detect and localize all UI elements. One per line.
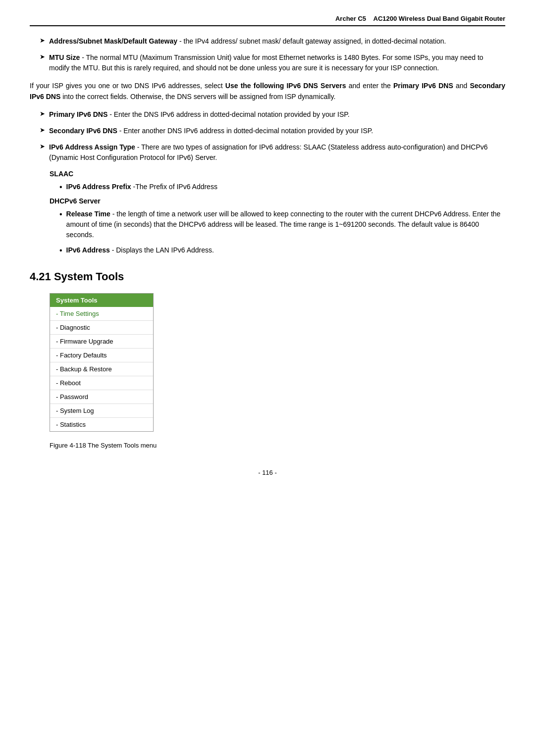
bullet-item-address: ➤ Address/Subnet Mask/Default Gateway - … [40,36,505,47]
slaac-heading: SLAAC [50,170,505,178]
term-mtu: MTU Size [49,53,80,61]
bullet-arrow-5: ➤ [40,143,45,150]
model-name: Archer C5 [335,15,366,22]
dhcpv6-bullet-section: • Release Time - the length of time a ne… [59,209,505,255]
bullet-item-primary-dns: ➤ Primary IPv6 DNS - Enter the DNS IPv6 … [40,109,505,120]
page-container: Archer C5 AC1200 Wireless Dual Band Giga… [0,0,535,756]
dot-marker-3: • [59,246,62,255]
bold-use-following: Use the following IPv6 DNS Servers [225,82,346,90]
bullet-content-assign-type: IPv6 Address Assign Type - There are two… [49,142,505,163]
dot-content-release-time: Release Time - the length of time a netw… [66,209,505,240]
header-title: Archer C5 AC1200 Wireless Dual Band Giga… [335,15,505,22]
def-ipv6-prefix: -The Prefix of IPv6 Address [133,183,217,191]
dot-content-ipv6-prefix: IPv6 Address Prefix -The Prefix of IPv6 … [66,182,505,192]
bullet-item-secondary-dns: ➤ Secondary IPv6 DNS - Enter another DNS… [40,126,505,136]
term-ipv6-address: IPv6 Address [66,246,110,254]
term-primary-dns: Primary IPv6 DNS [49,110,107,118]
term-secondary-dns: Secondary IPv6 DNS [49,127,117,135]
figure-caption: Figure 4-118 The System Tools menu [50,442,505,449]
def-release-time: - the length of time a network user will… [66,210,501,239]
dot-bullet-release-time: • Release Time - the length of time a ne… [59,209,505,240]
bullet-content-secondary-dns: Secondary IPv6 DNS - Enter another DNS I… [49,126,505,136]
slaac-bullet-section: • IPv6 Address Prefix -The Prefix of IPv… [59,182,505,192]
dot-marker-2: • [59,210,62,219]
bullet-section-2: ➤ Primary IPv6 DNS - Enter the DNS IPv6 … [30,109,505,163]
def-primary-dns: - Enter the DNS IPv6 address in dotted-d… [109,110,350,118]
term-assign-type: IPv6 Address Assign Type [49,143,135,151]
header-bar: Archer C5 AC1200 Wireless Dual Band Giga… [30,15,505,26]
bullet-arrow-2: ➤ [40,53,45,60]
bullet-arrow-3: ➤ [40,110,45,117]
def-ipv6-address: - Displays the LAN IPv6 Address. [112,246,214,254]
dot-bullet-ipv6-address: • IPv6 Address - Displays the LAN IPv6 A… [59,245,505,255]
def-address: - the IPv4 address/ subnet mask/ default… [179,37,446,45]
menu-item-reboot[interactable]: - Reboot [50,376,153,390]
bullet-item-mtu: ➤ MTU Size - The normal MTU (Maximum Tra… [40,52,505,73]
system-tools-menu: System Tools - Time Settings - Diagnosti… [50,293,154,432]
page-number: - 116 - [30,469,505,476]
menu-item-firmware-upgrade[interactable]: - Firmware Upgrade [50,334,153,348]
bullet-section-1: ➤ Address/Subnet Mask/Default Gateway - … [30,36,505,73]
bullet-content-mtu: MTU Size - The normal MTU (Maximum Trans… [49,52,505,73]
menu-item-time-settings[interactable]: - Time Settings [50,307,153,320]
dot-content-ipv6-address: IPv6 Address - Displays the LAN IPv6 Add… [66,245,505,255]
bullet-arrow-1: ➤ [40,37,45,44]
term-release-time: Release Time [66,210,110,218]
menu-item-factory-defaults[interactable]: - Factory Defaults [50,348,153,362]
term-address: Address/Subnet Mask/Default Gateway [49,37,177,45]
dot-bullet-ipv6-prefix: • IPv6 Address Prefix -The Prefix of IPv… [59,182,505,192]
menu-item-system-log[interactable]: - System Log [50,403,153,417]
def-secondary-dns: - Enter another DNS IPv6 address in dott… [119,127,374,135]
bullet-content-primary-dns: Primary IPv6 DNS - Enter the DNS IPv6 ad… [49,109,505,120]
bullet-content-address: Address/Subnet Mask/Default Gateway - th… [49,36,505,47]
term-ipv6-prefix: IPv6 Address Prefix [66,183,131,191]
menu-item-backup-restore[interactable]: - Backup & Restore [50,362,153,376]
dhcpv6-heading: DHCPv6 Server [50,197,505,205]
def-mtu: - The normal MTU (Maximum Transmission U… [49,53,483,72]
menu-item-diagnostic[interactable]: - Diagnostic [50,320,153,334]
menu-item-statistics[interactable]: - Statistics [50,417,153,431]
bullet-arrow-4: ➤ [40,126,45,134]
dot-marker-1: • [59,183,62,192]
product-name: AC1200 Wireless Dual Band Gigabit Router [374,15,505,22]
bullet-item-assign-type: ➤ IPv6 Address Assign Type - There are t… [40,142,505,163]
menu-header: System Tools [50,294,153,307]
menu-item-password[interactable]: - Password [50,390,153,403]
bold-primary-ipv6: Primary IPv6 DNS [393,82,453,90]
dns-paragraph: If your ISP gives you one or two DNS IPv… [30,80,505,102]
section-title: 4.21 System Tools [30,270,505,283]
